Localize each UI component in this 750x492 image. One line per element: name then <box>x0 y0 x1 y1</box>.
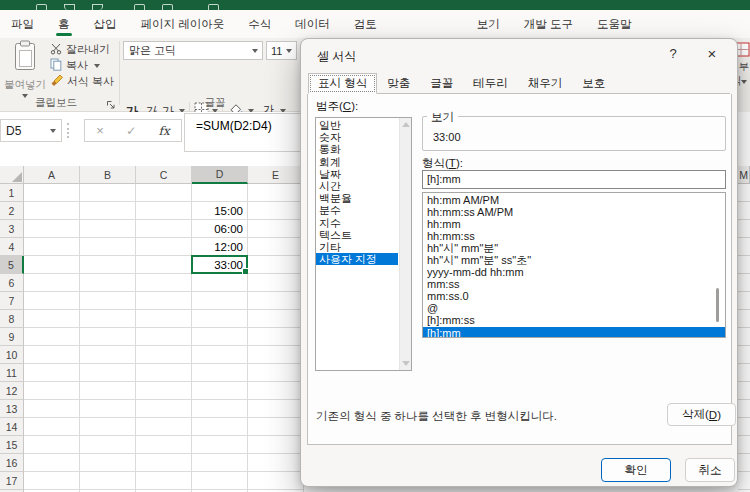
formula-input[interactable]: =SUM(D2:D4) <box>184 113 306 152</box>
format-item[interactable]: hh:mm <box>423 218 725 230</box>
cell-A1[interactable] <box>24 184 80 202</box>
cell-C2[interactable] <box>136 202 192 220</box>
category-item-시간[interactable]: 시간 <box>316 180 398 192</box>
format-item[interactable]: [h]:mm:ss <box>423 314 725 326</box>
cell-E9[interactable] <box>248 328 304 346</box>
cell-E5[interactable] <box>248 256 304 274</box>
insert-function-icon[interactable]: fx <box>159 124 170 138</box>
cell-E3[interactable] <box>248 220 304 238</box>
cell-E14[interactable] <box>248 418 304 436</box>
cell-D8[interactable] <box>192 310 248 328</box>
category-item-통화[interactable]: 통화 <box>316 143 398 155</box>
cell-A14[interactable] <box>24 418 80 436</box>
format-item[interactable]: mm:ss.0 <box>423 290 725 302</box>
cell-D6[interactable] <box>192 274 248 292</box>
cell-C5[interactable] <box>136 256 192 274</box>
cell-C10[interactable] <box>136 346 192 364</box>
cell-E17[interactable] <box>248 472 304 490</box>
row-header-3[interactable]: 3 <box>0 220 24 238</box>
cell-C14[interactable] <box>136 418 192 436</box>
menu-tab-개발 도구[interactable]: 개발 도구 <box>522 10 575 38</box>
menu-tab-도움말[interactable]: 도움말 <box>595 10 634 38</box>
cell-A12[interactable] <box>24 382 80 400</box>
category-scrollbar[interactable] <box>399 118 411 370</box>
category-item-날짜[interactable]: 날짜 <box>316 168 398 180</box>
cell-D1[interactable] <box>192 184 248 202</box>
format-item[interactable]: yyyy-mm-dd hh:mm <box>423 266 725 278</box>
font-size-dropdown-icon[interactable] <box>286 49 292 53</box>
cell-E13[interactable] <box>248 400 304 418</box>
cell-D13[interactable] <box>192 400 248 418</box>
cell-C9[interactable] <box>136 328 192 346</box>
category-item-백분율[interactable]: 백분율 <box>316 192 398 204</box>
cell-D3[interactable]: 06:00 <box>192 220 248 238</box>
cell-A17[interactable] <box>24 472 80 490</box>
format-item[interactable]: hh:mm:ss AM/PM <box>423 206 725 218</box>
cell-E15[interactable] <box>248 436 304 454</box>
cell-E10[interactable] <box>248 346 304 364</box>
row-header-13[interactable]: 13 <box>0 400 24 418</box>
format-item[interactable]: @ <box>423 302 725 314</box>
cell-D12[interactable] <box>192 382 248 400</box>
delete-button[interactable]: 삭제(D) <box>667 403 736 426</box>
cell-A8[interactable] <box>24 310 80 328</box>
cancel-entry-icon[interactable]: × <box>96 123 104 138</box>
row-header-7[interactable]: 7 <box>0 292 24 310</box>
cell-D14[interactable] <box>192 418 248 436</box>
category-listbox[interactable]: 일반숫자통화회계날짜시간백분율분수지수텍스트기타사용자 지정 <box>315 117 412 371</box>
dropdown-icon[interactable] <box>741 80 747 84</box>
cell-E6[interactable] <box>248 274 304 292</box>
cell-D10[interactable] <box>192 346 248 364</box>
dialog-tab-표시 형식[interactable]: 표시 형식 <box>308 73 377 94</box>
column-header-E[interactable]: E <box>248 166 304 184</box>
cut-button[interactable]: 잘라내기 <box>50 42 110 57</box>
format-listbox[interactable]: hh:mm AM/PMhh:mm:ss AM/PMhh:mmhh:mm:sshh… <box>422 192 726 338</box>
cell-C12[interactable] <box>136 382 192 400</box>
category-item-회계[interactable]: 회계 <box>316 156 398 168</box>
dialog-close-button[interactable]: × <box>703 45 721 62</box>
cell-E7[interactable] <box>248 292 304 310</box>
cell-C17[interactable] <box>136 472 192 490</box>
menu-tab-페이지 레이아웃[interactable]: 페이지 레이아웃 <box>139 10 227 38</box>
cell-B8[interactable] <box>80 310 136 328</box>
conditional-formatting-button-fragment[interactable]: 건부 식 <box>737 38 750 112</box>
format-item[interactable]: [h]:mm <box>423 327 725 338</box>
category-item-텍스트[interactable]: 텍스트 <box>316 229 398 241</box>
dialog-tab-채우기[interactable]: 채우기 <box>518 73 573 94</box>
format-item[interactable]: mm:ss <box>423 278 725 290</box>
cell-A6[interactable] <box>24 274 80 292</box>
cell-C15[interactable] <box>136 436 192 454</box>
cell-E11[interactable] <box>248 364 304 382</box>
row-header-9[interactable]: 9 <box>0 328 24 346</box>
name-box-dropdown-icon[interactable] <box>50 129 56 133</box>
column-header-D[interactable]: D <box>192 166 248 184</box>
cell-C7[interactable] <box>136 292 192 310</box>
category-item-사용자 지정[interactable]: 사용자 지정 <box>316 253 398 265</box>
category-item-기타[interactable]: 기타 <box>316 241 398 253</box>
cell-E12[interactable] <box>248 382 304 400</box>
cell-B16[interactable] <box>80 454 136 472</box>
row-header-17[interactable]: 17 <box>0 472 24 490</box>
format-painter-button[interactable]: 서식 복사 <box>50 74 114 89</box>
font-name-dropdown-icon[interactable] <box>252 49 258 53</box>
cell-D9[interactable] <box>192 328 248 346</box>
cell-C8[interactable] <box>136 310 192 328</box>
type-input[interactable]: [h]:mm <box>422 170 726 189</box>
cell-C16[interactable] <box>136 454 192 472</box>
menu-tab-보기[interactable]: 보기 <box>475 10 502 38</box>
cell-C11[interactable] <box>136 364 192 382</box>
category-item-분수[interactable]: 분수 <box>316 204 398 216</box>
cancel-button[interactable]: 취소 <box>685 458 735 482</box>
cell-A2[interactable] <box>24 202 80 220</box>
column-header-A[interactable]: A <box>24 166 80 184</box>
dialog-tab-글꼴[interactable]: 글꼴 <box>420 73 463 94</box>
category-item-지수[interactable]: 지수 <box>316 217 398 229</box>
cell-D17[interactable] <box>192 472 248 490</box>
cell-C6[interactable] <box>136 274 192 292</box>
cell-B1[interactable] <box>80 184 136 202</box>
cell-B4[interactable] <box>80 238 136 256</box>
format-item[interactable]: hh:mm:ss <box>423 230 725 242</box>
cell-D7[interactable] <box>192 292 248 310</box>
scroll-down-icon[interactable] <box>402 361 410 366</box>
cell-B7[interactable] <box>80 292 136 310</box>
